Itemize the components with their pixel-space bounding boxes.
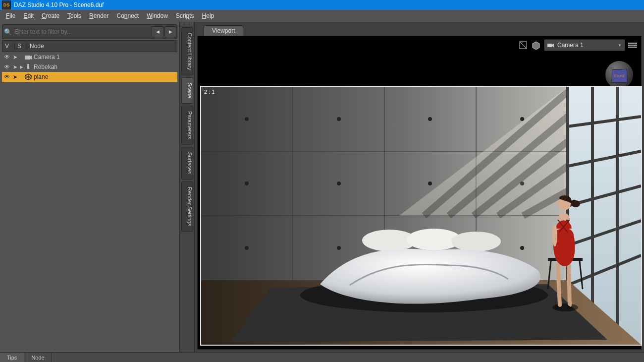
- tree-label: Camera 1: [34, 54, 60, 60]
- render-frame: 2 : 1: [200, 86, 642, 346]
- chevron-down-icon: ▼: [618, 43, 622, 48]
- filter-prev-button[interactable]: ◀: [152, 26, 163, 37]
- camera-dropdown-label: Camera 1: [557, 42, 584, 49]
- viewport[interactable]: Camera 1 ▼ Front ↻ ✥ 🔍 ⌖ ⟲ 2 : 1: [197, 36, 642, 350]
- svg-point-21: [428, 117, 432, 121]
- tree-label: plane: [34, 73, 48, 80]
- nav-cube[interactable]: Front: [604, 60, 634, 90]
- svg-line-9: [520, 42, 527, 49]
- tree-row-camera[interactable]: 👁 ➤ Camera 1: [2, 52, 177, 62]
- svg-point-20: [337, 117, 341, 121]
- viewport-tabbar: Viewport: [195, 24, 644, 36]
- menu-connect[interactable]: Connect: [112, 11, 143, 20]
- side-tab-strip: Content Library Scene Parameters Surface…: [180, 22, 195, 352]
- side-tab-render-settings[interactable]: Render Settings: [181, 181, 193, 232]
- viewport-menu-icon[interactable]: [628, 42, 637, 49]
- filter-next-button[interactable]: ▶: [164, 26, 176, 37]
- figure-icon: [24, 63, 33, 71]
- camera-icon: [24, 54, 33, 60]
- svg-rect-3: [27, 66, 29, 69]
- app-logo: DS: [2, 0, 11, 9]
- viewport-top-tools: Camera 1 ▼: [518, 39, 637, 51]
- tree-row-plane[interactable]: 👁 ➤ plane: [2, 72, 177, 82]
- search-icon: 🔍: [2, 28, 13, 36]
- svg-marker-12: [552, 44, 554, 47]
- cube-icon[interactable]: [531, 40, 541, 50]
- main-area: 🔍 ◀ ▶ V S Node 👁 ➤ Camera 1 👁 ➤: [0, 22, 644, 352]
- camera-dropdown[interactable]: Camera 1 ▼: [544, 39, 625, 51]
- side-tab-content-library[interactable]: Content Library: [181, 27, 193, 75]
- svg-marker-1: [30, 56, 32, 60]
- menu-edit[interactable]: Edit: [19, 11, 38, 20]
- tree-row-figure[interactable]: 👁 ➤ ▶ Rebekah: [2, 62, 177, 72]
- viewport-tab[interactable]: Viewport: [204, 25, 243, 36]
- scene-tree: 👁 ➤ Camera 1 👁 ➤ ▶ Rebekah 👁 ➤: [2, 52, 177, 352]
- menu-tools[interactable]: Tools: [63, 11, 85, 20]
- bottom-tab-tips[interactable]: Tips: [0, 353, 24, 362]
- pointer-icon[interactable]: ➤: [11, 54, 19, 60]
- aspect-ratio-label: 2 : 1: [204, 89, 215, 95]
- svg-point-58: [552, 225, 557, 246]
- viewport-pane: Viewport Camera 1 ▼: [195, 22, 644, 352]
- tree-header: V S Node: [2, 40, 177, 52]
- svg-point-30: [520, 246, 524, 250]
- menu-render[interactable]: Render: [85, 11, 112, 20]
- filter-bar: 🔍 ◀ ▶: [2, 24, 177, 39]
- window-title: DAZ Studio 4.10 Pro - Scene6.duf: [14, 1, 104, 8]
- filter-input[interactable]: [13, 28, 151, 36]
- render-image: [201, 87, 641, 345]
- bottom-tab-bar: Tips Node: [0, 352, 644, 362]
- side-tab-parameters[interactable]: Parameters: [181, 106, 193, 145]
- title-bar: DS DAZ Studio 4.10 Pro - Scene6.duf: [0, 0, 644, 10]
- col-node[interactable]: Node: [27, 43, 177, 50]
- side-tab-scene[interactable]: Scene: [181, 77, 193, 104]
- svg-point-24: [337, 181, 341, 185]
- svg-point-2: [27, 64, 29, 66]
- expand-icon[interactable]: ▶: [19, 64, 24, 69]
- side-tab-surfaces[interactable]: Surfaces: [181, 147, 193, 179]
- svg-point-23: [245, 181, 249, 185]
- col-selectable[interactable]: S: [15, 43, 27, 50]
- menu-scripts[interactable]: Scripts: [172, 11, 198, 20]
- menu-file[interactable]: File: [2, 11, 19, 20]
- svg-point-19: [245, 117, 249, 121]
- drawstyle-icon[interactable]: [518, 40, 528, 50]
- scene-pane: 🔍 ◀ ▶ V S Node 👁 ➤ Camera 1 👁 ➤: [0, 22, 180, 352]
- svg-point-51: [451, 232, 501, 251]
- bottom-tab-node[interactable]: Node: [24, 353, 52, 362]
- menu-window[interactable]: Window: [143, 11, 172, 20]
- drag-handle-icon[interactable]: [180, 22, 194, 26]
- menu-bar: File Edit Create Tools Render Connect Wi…: [0, 10, 644, 22]
- pointer-icon[interactable]: ➤: [11, 64, 19, 70]
- col-visibility[interactable]: V: [2, 43, 15, 50]
- svg-point-28: [337, 246, 341, 250]
- prop-icon: [24, 73, 33, 81]
- svg-rect-11: [547, 44, 552, 47]
- svg-point-27: [245, 246, 249, 250]
- tree-label: Rebekah: [34, 63, 57, 70]
- menu-help[interactable]: Help: [198, 11, 218, 20]
- nav-cube-face[interactable]: Front: [612, 68, 628, 83]
- svg-rect-0: [25, 56, 30, 60]
- pointer-icon[interactable]: ➤: [11, 74, 19, 80]
- svg-point-22: [520, 117, 524, 121]
- svg-marker-10: [533, 42, 539, 50]
- eye-icon[interactable]: 👁: [3, 63, 11, 70]
- svg-point-60: [571, 200, 580, 207]
- svg-point-25: [428, 181, 432, 185]
- menu-create[interactable]: Create: [38, 11, 63, 20]
- eye-icon[interactable]: 👁: [3, 54, 11, 60]
- eye-icon[interactable]: 👁: [3, 73, 11, 80]
